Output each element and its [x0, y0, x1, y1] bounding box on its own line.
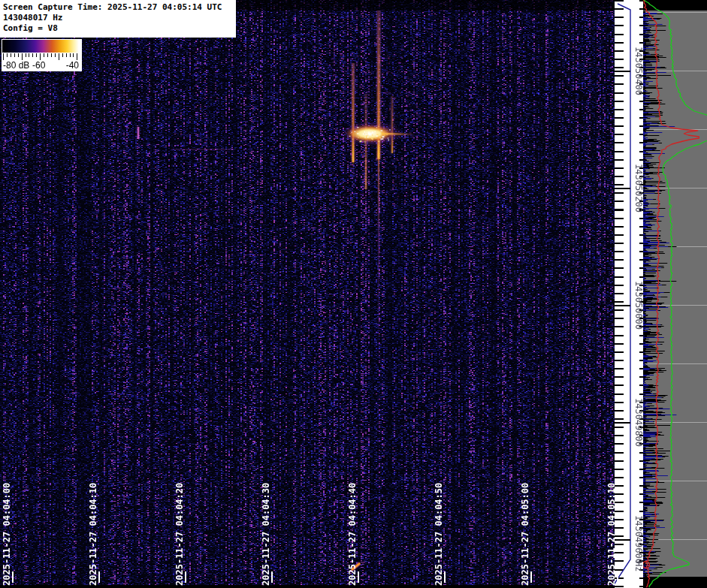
freq-label-4: 143049600	[633, 515, 644, 564]
time-tick-mark	[271, 571, 273, 583]
freq-major-tick	[615, 539, 630, 541]
time-label-3: 2025-11-27 04:04:30	[261, 483, 271, 586]
time-tick-mark	[358, 571, 359, 583]
time-label-6: 2025-11-27 04:05:00	[520, 483, 530, 586]
time-tick-mark	[617, 571, 618, 583]
time-tick-mark	[12, 571, 14, 583]
center-frequency-text: 143048017 Hz	[3, 13, 236, 23]
freq-label-3: 143049800	[633, 398, 644, 447]
freq-label-0: 143050400	[633, 47, 644, 95]
color-gradient-bar	[2, 40, 81, 53]
freq-label-1: 143050200	[633, 164, 644, 213]
capture-time-text: Screen Capture Time: 2025-11-27 04:05:14…	[3, 2, 236, 13]
frequency-axis-strip: 143050400 143050200 143050000 143049800 …	[615, 0, 643, 588]
spectrum-side-panel	[643, 0, 707, 588]
time-tick-mark	[444, 571, 446, 583]
time-label-2: 2025-11-27 04:04:20	[174, 483, 185, 586]
time-tick-mark	[185, 571, 186, 583]
time-label-0: 2025-11-27 04:04:00	[2, 483, 12, 586]
freq-major-tick	[615, 188, 630, 189]
time-tick-mark	[98, 571, 100, 583]
freq-label-2: 143050000	[633, 281, 644, 330]
time-label-1: 2025-11-27 04:04:10	[88, 483, 98, 586]
freq-major-tick	[615, 305, 630, 306]
time-label-7: 2025-11-27 04:05:10	[606, 483, 617, 586]
capture-info-box: Screen Capture Time: 2025-11-27 04:05:14…	[0, 0, 236, 38]
time-label-5: 2025-11-27 04:04:50	[434, 483, 444, 586]
freq-major-tick	[615, 422, 630, 424]
color-scale-labels: -80 dB -60 -40	[2, 60, 82, 71]
db-label-40: -40	[66, 60, 79, 71]
time-tick-mark	[530, 571, 532, 583]
time-label-4: 2025-11-27 04:04:40	[347, 483, 358, 586]
db-label-60: -60	[32, 60, 45, 71]
db-label-80: -80 dB	[3, 60, 29, 71]
freq-unit-label: Hz	[633, 561, 644, 571]
spectrum-lab-capture: Screen Capture Time: 2025-11-27 04:05:14…	[0, 0, 707, 588]
color-scale-ticks	[3, 53, 80, 60]
config-text: Config = V8	[3, 23, 236, 34]
freq-major-tick	[615, 71, 630, 72]
amplitude-color-scale: -80 dB -60 -40	[2, 39, 82, 71]
